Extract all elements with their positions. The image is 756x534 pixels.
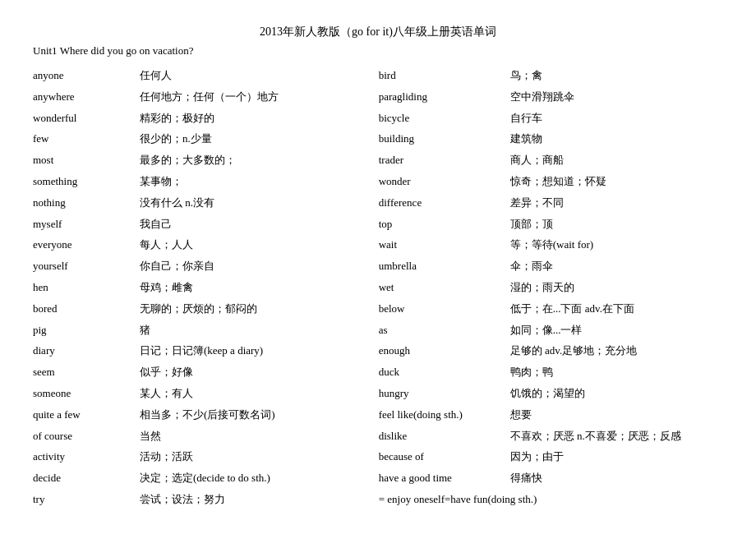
list-item: difference差异；不同 [379, 195, 723, 212]
vocab-word: difference [379, 195, 510, 212]
vocab-definition: 足够的 adv.足够地；充分地 [510, 343, 723, 360]
list-item: dislike不喜欢；厌恶 n.不喜爱；厌恶；反感 [379, 428, 723, 445]
vocab-word: nothing [33, 195, 140, 212]
vocab-definition: 想要 [510, 407, 723, 424]
list-item: feel like(doing sth.)想要 [379, 407, 723, 424]
vocab-word: something [33, 173, 140, 191]
list-item: duck鸭肉；鸭 [379, 364, 723, 381]
vocab-word: quite a few [33, 407, 140, 424]
vocab-word: pig [33, 322, 140, 339]
list-item: below低于；在...下面 adv.在下面 [379, 301, 723, 318]
vocab-word: bicycle [379, 110, 510, 127]
vocab-word: anyone [33, 67, 140, 85]
vocab-definition: 鸟；禽 [510, 67, 723, 85]
vocab-word: few [33, 131, 140, 148]
vocab-definition: 伞；雨伞 [510, 258, 723, 275]
vocab-definition: 每人；人人 [140, 237, 354, 254]
equals-row: = enjoy oneself=have fun(doing sth.) [379, 491, 723, 509]
list-item: most最多的；大多数的； [33, 152, 354, 169]
vocab-word: wonder [379, 173, 510, 191]
page-title: 2013年新人教版（go for it)八年级上册英语单词 [33, 25, 723, 39]
list-item: something某事物； [33, 173, 354, 191]
vocab-word: have a good time [379, 470, 510, 487]
vocab-word: decide [33, 470, 140, 487]
vocab-definition: 不喜欢；厌恶 n.不喜爱；厌恶；反感 [510, 428, 723, 445]
vocab-definition: 得痛快 [510, 470, 723, 487]
vocab-word: try [33, 491, 140, 509]
unit-title: Unit1 Where did you go on vacation? [33, 44, 723, 58]
vocab-word: seem [33, 364, 140, 381]
list-item: of course当然 [33, 428, 354, 445]
list-item: few很少的；n.少量 [33, 131, 354, 148]
vocab-definition: 商人；商船 [510, 152, 723, 169]
vocab-word: hen [33, 279, 140, 297]
vocab-definition: 等；等待(wait for) [510, 237, 723, 254]
vocab-word: paragliding [379, 89, 510, 106]
vocab-word: activity [33, 449, 140, 466]
vocab-word: trader [379, 152, 510, 169]
list-item: hen母鸡；雌禽 [33, 279, 354, 297]
vocab-definition: 饥饿的；渴望的 [510, 385, 723, 403]
vocab-definition: 建筑物 [510, 131, 723, 148]
list-item: bicycle自行车 [379, 110, 723, 127]
list-item: enough足够的 adv.足够地；充分地 [379, 343, 723, 360]
vocab-word: because of [379, 449, 510, 466]
vocab-definition: 日记；日记簿(keep a diary) [140, 343, 354, 360]
list-item: seem似乎；好像 [33, 364, 354, 381]
vocab-word: as [379, 322, 510, 339]
list-item: umbrella伞；雨伞 [379, 258, 723, 275]
vocab-definition: 没有什么 n.没有 [140, 195, 354, 212]
vocab-definition: 似乎；好像 [140, 364, 354, 381]
vocab-definition: 某人；有人 [140, 385, 354, 403]
vocab-definition: 无聊的；厌烦的；郁闷的 [140, 301, 354, 318]
vocab-definition: 因为；由于 [510, 449, 723, 466]
list-item: activity活动；活跃 [33, 449, 354, 466]
list-item: bored无聊的；厌烦的；郁闷的 [33, 301, 354, 318]
vocab-definition: 任何地方；任何（一个）地方 [140, 89, 354, 106]
vocab-definition: 活动；活跃 [140, 449, 354, 466]
list-item: wait等；等待(wait for) [379, 237, 723, 254]
list-item: someone某人；有人 [33, 385, 354, 403]
list-item: bird鸟；禽 [379, 67, 723, 85]
vocab-word: bird [379, 67, 510, 85]
list-item: top顶部；顶 [379, 216, 723, 233]
vocab-definition: 当然 [140, 428, 354, 445]
left-column: anyone任何人anywhere任何地方；任何（一个）地方wonderful精… [33, 67, 371, 513]
list-item: myself我自己 [33, 216, 354, 233]
list-item: quite a few相当多；不少(后接可数名词) [33, 407, 354, 424]
vocab-definition: 如同；像...一样 [510, 322, 723, 339]
vocab-definition: 我自己 [140, 216, 354, 233]
list-item: pig猪 [33, 322, 354, 339]
list-item: nothing没有什么 n.没有 [33, 195, 354, 212]
vocab-word: yourself [33, 258, 140, 275]
list-item: try尝试；设法；努力 [33, 491, 354, 509]
vocab-word: dislike [379, 428, 510, 445]
vocab-word: diary [33, 343, 140, 360]
vocab-word: wait [379, 237, 510, 254]
vocab-definition: 精彩的；极好的 [140, 110, 354, 127]
list-item: everyone每人；人人 [33, 237, 354, 254]
vocab-word: wonderful [33, 110, 140, 127]
vocab-definition: 自行车 [510, 110, 723, 127]
list-item: have a good time得痛快 [379, 470, 723, 487]
right-column: bird鸟；禽paragliding空中滑翔跳伞bicycle自行车buildi… [371, 67, 723, 513]
vocab-word: umbrella [379, 258, 510, 275]
vocab-word: someone [33, 385, 140, 403]
vocab-definition: 低于；在...下面 adv.在下面 [510, 301, 723, 318]
vocab-definition: 很少的；n.少量 [140, 131, 354, 148]
vocab-word: building [379, 131, 510, 148]
vocab-word: myself [33, 216, 140, 233]
list-item: as如同；像...一样 [379, 322, 723, 339]
vocab-definition: 任何人 [140, 67, 354, 85]
list-item: building建筑物 [379, 131, 723, 148]
vocab-definition: 鸭肉；鸭 [510, 364, 723, 381]
vocab-word: everyone [33, 237, 140, 254]
vocab-word: anywhere [33, 89, 140, 106]
list-item: anyone任何人 [33, 67, 354, 85]
vocab-definition: 顶部；顶 [510, 216, 723, 233]
vocab-word: hungry [379, 385, 510, 403]
vocab-word: duck [379, 364, 510, 381]
vocab-word: most [33, 152, 140, 169]
vocab-definition: 尝试；设法；努力 [140, 491, 354, 509]
vocab-definition: 惊奇；想知道；怀疑 [510, 173, 723, 191]
